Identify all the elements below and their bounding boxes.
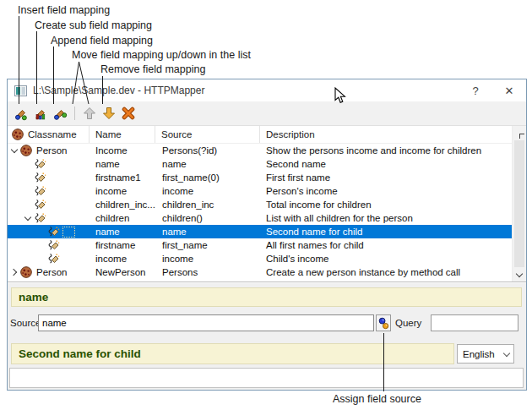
detail-empty-area: [9, 368, 524, 388]
description-cell: List with all children for the person: [260, 211, 512, 225]
toolbar-separator: [74, 107, 75, 120]
name-cell: firstname: [90, 238, 155, 252]
description-cell: Person's income: [260, 184, 512, 198]
description-cell: All first names for child: [260, 238, 512, 252]
expand-expander-icon[interactable]: [9, 266, 19, 278]
remove-field-mapping-button[interactable]: [119, 104, 137, 123]
classname-cell: Person: [36, 267, 67, 277]
close-button[interactable]: ✕: [492, 79, 526, 101]
window-title: L:\Sample\Sample.dev - HTTPMapper: [33, 85, 459, 96]
field-icon: [33, 171, 46, 184]
table-scrollbar[interactable]: [512, 126, 526, 282]
source-cell: income: [155, 184, 260, 198]
source-cell: children(): [155, 211, 260, 225]
mouse-cursor: [334, 87, 350, 105]
description-cell: Second name for child: [260, 225, 512, 238]
help-button[interactable]: ?: [459, 79, 492, 101]
detail-panel: name Source Query Second name for child …: [8, 282, 526, 390]
class-icon: [19, 144, 33, 157]
name-cell: name: [90, 157, 155, 171]
source-cell: first_name(0): [155, 171, 260, 184]
title-bar: L:\Sample\Sample.dev - HTTPMapper ? ✕: [8, 79, 526, 101]
move-up-button[interactable]: [80, 104, 98, 123]
language-select[interactable]: English: [457, 344, 514, 364]
language-value: English: [463, 349, 495, 359]
description-cell: Show the persons income and income for c…: [260, 144, 512, 157]
column-header-name-label: Name: [95, 129, 122, 139]
description-cell: Second name: [260, 157, 512, 171]
table-row[interactable]: firstname1first_name(0)First first name: [8, 171, 512, 184]
focus-rect: [62, 227, 75, 238]
field-icon: [33, 211, 46, 225]
query-input[interactable]: [431, 314, 518, 331]
move-down-button[interactable]: [100, 104, 117, 123]
insert-field-mapping-button[interactable]: [13, 104, 30, 123]
source-cell: first_name: [155, 238, 260, 252]
field-description-text: Second name for child: [19, 347, 141, 360]
description-cell: First first name: [260, 171, 512, 184]
assign-source-icon: [378, 317, 389, 330]
scroll-up-arrow[interactable]: [513, 126, 526, 139]
table-row[interactable]: children_inc...children_incTotal income …: [8, 198, 512, 211]
name-cell: children: [90, 211, 155, 225]
class-icon: [11, 128, 24, 141]
class-icon: [19, 265, 33, 279]
field-icon: [46, 252, 60, 265]
name-cell: name: [90, 225, 155, 238]
scroll-thumb[interactable]: [514, 140, 524, 267]
remove-x-icon: [122, 107, 135, 120]
field-icon: [46, 225, 60, 238]
field-icon: [33, 198, 46, 211]
annotation-remove-field-mapping: Remove field mapping: [100, 63, 205, 75]
field-icon: [33, 184, 46, 198]
description-cell: Create a new person instance by method c…: [260, 265, 512, 279]
table-row[interactable]: namenameSecond name for child: [8, 225, 512, 238]
table-row[interactable]: firstnamefirst_nameAll first names for c…: [8, 238, 512, 252]
source-cell: children_inc: [155, 198, 260, 211]
table-row[interactable]: childrenchildren()List with all children…: [8, 211, 512, 225]
name-cell: Income: [90, 144, 155, 157]
append-field-mapping-button[interactable]: [52, 104, 69, 123]
annotation-move-field-mapping: Move field mapping up/down in the list: [72, 49, 251, 61]
source-cell: name: [155, 225, 260, 238]
field-description-header: Second name for child: [11, 343, 454, 364]
table-row[interactable]: incomeincomeChild's income: [8, 252, 512, 265]
app-window: L:\Sample\Sample.dev - HTTPMapper ? ✕ Cl…: [7, 79, 527, 391]
table-row[interactable]: namenameSecond name: [8, 157, 512, 171]
annotation-append-field-mapping: Append field mapping: [51, 35, 153, 46]
name-cell: NewPerson: [90, 265, 155, 279]
map-insert-icon: [14, 107, 29, 121]
toolbar: [8, 101, 526, 126]
classname-cell: Person: [36, 145, 67, 156]
query-label: Query: [395, 318, 421, 328]
name-cell: children_inc...: [90, 198, 155, 211]
column-header-source[interactable]: Source: [155, 126, 260, 143]
scroll-down-arrow[interactable]: [513, 268, 526, 282]
app-icon: [14, 85, 27, 96]
source-cell: Persons(?id): [155, 144, 260, 157]
column-header-name[interactable]: Name: [90, 126, 155, 143]
collapse-expander-icon[interactable]: [9, 145, 19, 156]
column-header-source-label: Source: [161, 129, 192, 139]
name-cell: firstname1: [90, 171, 155, 184]
table-row[interactable]: PersonNewPersonPersonsCreate a new perso…: [8, 265, 512, 279]
field-icon: [46, 238, 60, 252]
column-header-classname[interactable]: Classname: [8, 126, 90, 143]
description-cell: Total income for children: [260, 198, 512, 211]
column-header-description[interactable]: Description: [260, 126, 512, 143]
source-input[interactable]: [38, 314, 374, 331]
assign-field-source-button[interactable]: [376, 314, 391, 331]
field-name-header: name: [11, 287, 522, 307]
source-label: Source: [10, 318, 41, 328]
table-row[interactable]: incomeincomePerson's income: [8, 184, 512, 198]
create-sub-field-mapping-button[interactable]: [32, 104, 50, 123]
map-sub-icon: [34, 107, 48, 121]
source-cell: name: [155, 157, 260, 171]
field-name-text: name: [19, 291, 48, 303]
column-header-description-label: Description: [266, 129, 315, 139]
collapse-expander-icon[interactable]: [23, 212, 33, 224]
annotation-assign-field-source: Assign field source: [333, 393, 421, 405]
column-header-classname-label: Classname: [28, 129, 77, 139]
map-append-icon: [53, 107, 68, 121]
table-row[interactable]: PersonIncomePersons(?id)Show the persons…: [8, 144, 512, 157]
